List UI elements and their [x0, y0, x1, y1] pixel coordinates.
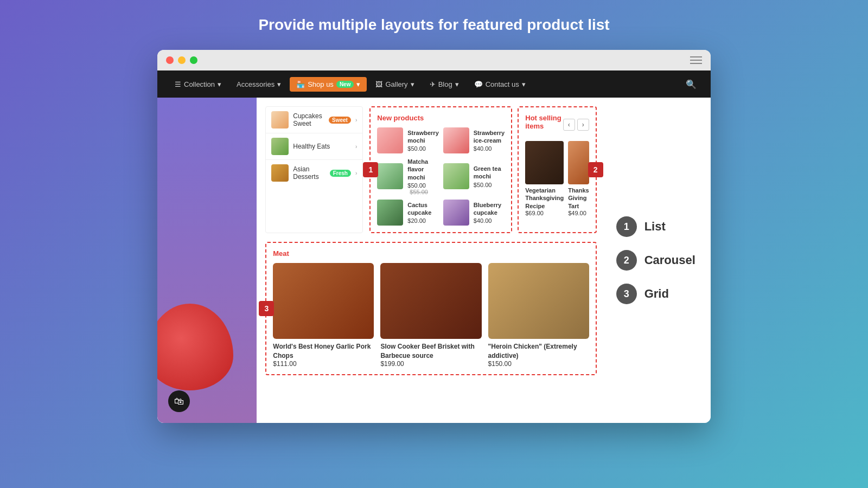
chevron-right-icon-2: ›	[355, 144, 357, 150]
browser-dots	[166, 56, 197, 64]
beef-brisket-thumb	[380, 263, 481, 339]
nav-blog-label: Blog	[438, 80, 452, 88]
nav-item-contact[interactable]: 💬 Contact us ▾	[468, 77, 532, 92]
list-item: Blueberry cupcake $40.00	[443, 200, 505, 226]
nav-item-blog[interactable]: ✈ Blog ▾	[423, 77, 465, 92]
chevron-down-icon-2: ▾	[277, 80, 281, 88]
nav-item-collection[interactable]: ☰ Collection ▾	[168, 77, 228, 92]
pork-chops-thumb	[273, 263, 374, 339]
list-item: Strawberry mochi $50.00	[377, 127, 438, 153]
browser-titlebar	[157, 50, 711, 70]
meat-product-price: $150.00	[488, 360, 589, 368]
carousel-layout-label: Carousel	[644, 253, 695, 267]
layout-option-list[interactable]: 1 List	[616, 216, 700, 237]
nav-item-gallery[interactable]: 🖼 Gallery ▾	[369, 77, 420, 92]
badge-3: 3	[259, 301, 274, 316]
minimize-dot[interactable]	[178, 56, 186, 64]
close-dot[interactable]	[166, 56, 174, 64]
nav-shop-label: Shop us	[308, 80, 334, 88]
list-item: Thanks Giving Tart $49.00	[568, 141, 589, 216]
product-info: Cactus cupcake $20.00	[407, 201, 438, 224]
hot-products-grid: Vegetarian Thanksgiving Recipe $69.00 Th…	[525, 141, 589, 216]
blog-icon: ✈	[430, 80, 436, 88]
chevron-down-icon-6: ▾	[522, 80, 526, 88]
hot-product-name: Thanks Giving Tart	[568, 187, 589, 210]
hot-product-name: Vegetarian Thanksgiving Recipe	[525, 187, 564, 210]
product-info: Blueberry cupcake $40.00	[474, 201, 505, 224]
hamburger-icon[interactable]	[690, 56, 702, 64]
nav-item-accessories[interactable]: Accessories ▾	[230, 77, 288, 92]
apple-decoration	[157, 304, 233, 390]
gallery-icon: 🖼	[375, 80, 382, 88]
nav-gallery-label: Gallery	[385, 80, 407, 88]
product-name: Strawberry mochi	[407, 129, 438, 145]
new-products-list: Strawberry mochi $50.00 Strawberry ice-c…	[377, 127, 505, 226]
cupcakes-label: Cupcakes Sweet	[293, 112, 324, 127]
meat-title: Meat	[273, 249, 589, 258]
meat-product-price: $111.00	[273, 360, 374, 368]
list-item: Slow Cooker Beef Brisket with Barbecue s…	[380, 263, 481, 368]
product-name: Matcha flavor mochi	[407, 158, 438, 181]
new-products-title: New products	[377, 114, 505, 122]
cactus-thumb	[377, 200, 403, 226]
search-icon[interactable]: 🔍	[682, 76, 700, 93]
carousel-next-button[interactable]: ›	[577, 119, 589, 131]
grid-layout-num: 3	[616, 284, 637, 304]
hot-selling-title: Hot selling items	[525, 114, 563, 130]
new-products-panel: 1 New products Strawberry mochi $50.00	[369, 106, 512, 233]
hot-product-price: $69.00	[525, 210, 564, 216]
product-name: Blueberry cupcake	[474, 201, 505, 217]
top-section: Cupcakes Sweet Sweet › Healthy Eats › As…	[265, 106, 596, 233]
sidebar: Cupcakes Sweet Sweet › Healthy Eats › As…	[265, 106, 363, 233]
nav-collection-label: Collection	[184, 80, 215, 88]
sweet-tag: Sweet	[329, 117, 351, 124]
original-price: $55.00	[410, 189, 428, 195]
list-item: Strawberry ice-cream $40.00	[443, 127, 505, 153]
hot-selling-panel: 2 Hot selling items ‹ › Vegetarian Th	[518, 106, 596, 233]
strawberry-mochi-thumb	[377, 127, 403, 153]
nav-item-shop[interactable]: 🏪 Shop us New ▾	[290, 77, 367, 92]
browser-content: 🛍 Cupcakes Sweet Sweet › Healthy Eats	[157, 98, 711, 423]
sidebar-item-asian[interactable]: Asian Desserts Fresh ›	[266, 160, 362, 186]
asian-label: Asian Desserts	[293, 165, 325, 181]
contact-icon: 💬	[474, 80, 483, 88]
product-price: $50.00	[474, 182, 505, 188]
blueberry-thumb	[443, 200, 469, 226]
shopify-badge: 🛍	[168, 390, 190, 412]
nav-accessories-label: Accessories	[237, 80, 275, 88]
layout-option-carousel[interactable]: 2 Carousel	[616, 250, 700, 271]
product-price: $50.00 $55.00	[407, 182, 438, 195]
strawberry-ice-thumb	[443, 127, 469, 153]
carousel-prev-button[interactable]: ‹	[563, 119, 575, 131]
meat-product-price: $199.00	[380, 360, 481, 368]
chicken-thumb	[488, 263, 589, 339]
fullscreen-dot[interactable]	[190, 56, 197, 64]
sidebar-item-healthy[interactable]: Healthy Eats ›	[266, 133, 362, 160]
product-name: Cactus cupcake	[407, 201, 438, 217]
hot-product-price: $49.00	[568, 210, 589, 216]
product-info: Strawberry mochi $50.00	[407, 129, 438, 152]
product-info: Green tea mochi $50.00	[474, 165, 505, 188]
asian-thumb	[271, 164, 289, 182]
list-item: World's Best Honey Garlic Pork Chops $11…	[273, 263, 374, 368]
layout-option-grid[interactable]: 3 Grid	[616, 284, 700, 304]
chevron-right-icon: ›	[355, 117, 357, 123]
cupcakes-thumb	[271, 111, 289, 129]
product-info: Matcha flavor mochi $50.00 $55.00	[407, 158, 438, 195]
left-decoration: 🛍	[157, 98, 257, 423]
main-content: Cupcakes Sweet Sweet › Healthy Eats › As…	[257, 98, 605, 423]
matcha-thumb	[377, 163, 403, 189]
product-price: $40.00	[474, 217, 505, 224]
nav-bar: ☰ Collection ▾ Accessories ▾ 🏪 Shop us N…	[157, 70, 711, 98]
list-layout-num: 1	[616, 216, 637, 237]
list-item: Cactus cupcake $20.00	[377, 200, 438, 226]
list-item: Green tea mochi $50.00	[443, 158, 505, 195]
sidebar-item-cupcakes[interactable]: Cupcakes Sweet Sweet ›	[266, 107, 362, 133]
carousel-layout-num: 2	[616, 250, 637, 271]
list-item: Vegetarian Thanksgiving Recipe $69.00	[525, 141, 564, 216]
nav-contact-label: Contact us	[486, 80, 519, 88]
product-price: $40.00	[474, 145, 505, 152]
chevron-down-icon-3: ▾	[356, 80, 360, 88]
page-heading: Provide multiple layouts for featured pr…	[258, 16, 609, 34]
fresh-tag: Fresh	[330, 170, 351, 177]
